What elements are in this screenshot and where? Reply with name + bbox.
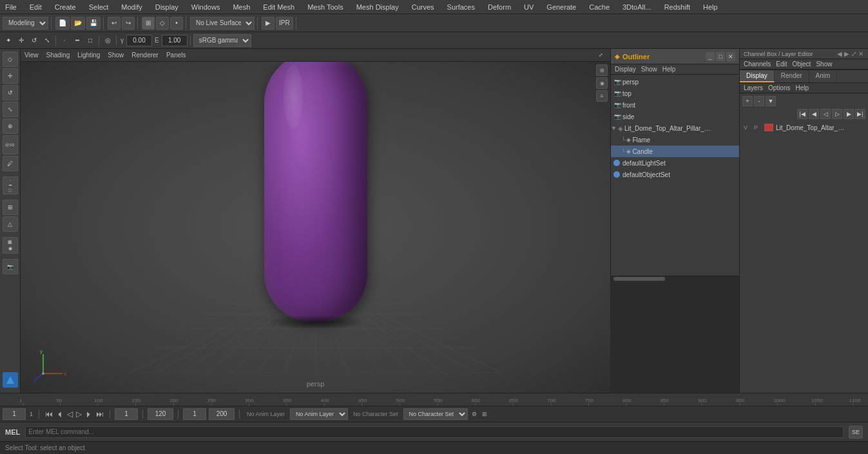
layer-opts-btn[interactable]: ▼ xyxy=(766,96,776,106)
anim-pref-btn[interactable]: ⚙ xyxy=(470,408,478,420)
pb-prev[interactable]: ◀ xyxy=(809,109,819,119)
cb-nav-channels[interactable]: Channels xyxy=(744,61,771,68)
outliner-hscroll[interactable] xyxy=(611,276,739,281)
pb-play-back[interactable]: ◁ xyxy=(66,408,74,420)
menu-modify[interactable]: Modify xyxy=(119,2,144,12)
menu-cache[interactable]: Cache xyxy=(586,2,612,12)
outliner-item-light-set[interactable]: defaultLightSet xyxy=(611,157,739,169)
outliner-close[interactable]: ✕ xyxy=(726,52,735,61)
tab-anim[interactable]: Anim xyxy=(809,70,838,82)
current-frame-display[interactable] xyxy=(115,408,138,420)
outliner-maximize[interactable]: □ xyxy=(716,52,725,61)
menu-file[interactable]: File xyxy=(3,2,19,12)
pb-prev-frame[interactable]: ◁ xyxy=(820,109,831,119)
vp-ctrl-1[interactable]: ⊞ xyxy=(596,64,608,76)
snap-grid[interactable]: ⊞ xyxy=(3,200,18,215)
gamma-input[interactable] xyxy=(126,35,152,46)
camera-tool[interactable]: 📷 xyxy=(3,259,18,274)
help-tab[interactable]: Help xyxy=(795,84,809,91)
outliner-item-top[interactable]: 📷 top xyxy=(611,88,739,99)
menu-windows[interactable]: Windows xyxy=(189,2,223,12)
outliner-content[interactable]: 📷 persp 📷 top 📷 front 📷 side xyxy=(611,75,739,276)
outliner-item-persp[interactable]: 📷 persp xyxy=(611,76,739,88)
pb-step-back[interactable]: ⏴ xyxy=(55,408,65,420)
scale-tool[interactable]: ⤡ xyxy=(3,102,18,117)
render-btn[interactable]: ▶ xyxy=(262,17,275,30)
vp-ctrl-2[interactable]: ◉ xyxy=(596,77,608,89)
cb-expand[interactable]: ⤢ xyxy=(851,50,857,57)
rotate-tool[interactable]: ↺ xyxy=(3,85,18,100)
cb-arrow-right[interactable]: ▶ xyxy=(844,50,850,57)
mel-input[interactable] xyxy=(25,426,844,438)
menu-mesh-display[interactable]: Mesh Display xyxy=(354,2,401,12)
new-btn[interactable]: 📄 xyxy=(55,17,70,30)
vp-panels-menu[interactable]: Panels xyxy=(166,52,186,59)
menu-mesh-tools[interactable]: Mesh Tools xyxy=(305,2,345,12)
pb-skip-end[interactable]: ⏭ xyxy=(95,408,105,420)
menu-3dto-all[interactable]: 3DtoAll... xyxy=(620,2,654,12)
pb-end[interactable]: ▶| xyxy=(855,109,865,119)
vertex-mode[interactable]: · xyxy=(10,178,11,183)
snap-vert[interactable]: △ xyxy=(3,216,18,232)
edge-mode[interactable]: ━ xyxy=(9,183,12,188)
script-editor-btn[interactable]: SE xyxy=(849,426,863,439)
vp-renderer-menu[interactable]: Renderer xyxy=(131,52,159,59)
vertex-btn[interactable]: · xyxy=(59,34,70,47)
outliner-item-side[interactable]: 📷 side xyxy=(611,111,739,122)
menu-edit-mesh[interactable]: Edit Mesh xyxy=(260,2,297,12)
options-tab[interactable]: Options xyxy=(768,84,790,91)
layer-color-swatch[interactable] xyxy=(764,124,773,131)
menu-create[interactable]: Create xyxy=(52,2,79,12)
outliner-item-flame[interactable]: └ ◈ Flame xyxy=(611,134,739,146)
candle-object[interactable] xyxy=(264,62,367,328)
layer-item[interactable]: V P Lit_Dome_Top_Altar_Pilla xyxy=(742,122,865,133)
anim-layer-select[interactable]: No Anim Layer xyxy=(290,408,348,420)
tab-display[interactable]: Display xyxy=(740,70,775,82)
menu-surfaces[interactable]: Surfaces xyxy=(445,2,477,12)
paint-tool[interactable]: 🖊 xyxy=(3,156,18,171)
open-btn[interactable]: 📂 xyxy=(71,17,85,30)
undo-btn[interactable]: ↩ xyxy=(108,17,121,30)
outliner-item-object-set[interactable]: defaultObjectSet xyxy=(611,169,739,180)
pb-play-forward[interactable]: ▷ xyxy=(75,408,83,420)
anim-start[interactable] xyxy=(183,408,206,420)
outliner-item-candle[interactable]: └ ◈ Candle xyxy=(611,146,739,157)
live-surface-select[interactable]: No Live Surface xyxy=(190,17,255,30)
workspace-select[interactable]: Modeling xyxy=(3,17,48,30)
new-layer-btn[interactable]: + xyxy=(742,96,753,106)
smooth-mode[interactable]: ◉ xyxy=(8,245,13,252)
pb-start[interactable]: |◀ xyxy=(797,109,807,119)
cb-nav-object[interactable]: Object xyxy=(793,61,811,68)
select-tool[interactable]: ◇ xyxy=(3,52,18,67)
menu-edit[interactable]: Edit xyxy=(27,2,44,12)
exposure-input[interactable] xyxy=(162,35,188,46)
pb-play[interactable]: ▶ xyxy=(844,109,854,119)
move-tool[interactable]: ✛ xyxy=(3,68,18,84)
vp-show-menu[interactable]: Show xyxy=(108,52,124,59)
transform-btn[interactable]: ✦ xyxy=(3,34,14,47)
move-btn[interactable]: ✛ xyxy=(15,34,27,47)
outliner-display-menu[interactable]: Display xyxy=(615,66,636,73)
menu-display[interactable]: Display xyxy=(153,2,181,12)
pb-step-fwd[interactable]: ⏵ xyxy=(84,408,94,420)
snap-grid-btn[interactable]: ⊞ xyxy=(142,17,155,30)
snap-curve-btn[interactable]: ◇ xyxy=(156,17,169,30)
save-btn[interactable]: 💾 xyxy=(86,17,101,30)
colorspace-select[interactable]: sRGB gamma xyxy=(193,34,251,47)
wireframe-mode[interactable]: ▦ xyxy=(7,239,13,245)
snap-point-btn[interactable]: • xyxy=(170,17,183,30)
menu-select[interactable]: Select xyxy=(86,2,111,12)
vp-lighting-menu[interactable]: Lighting xyxy=(77,52,100,59)
menu-redshift[interactable]: Redshift xyxy=(662,2,693,12)
vp-maximize-btn[interactable]: ⤢ xyxy=(595,49,606,62)
cb-nav-show[interactable]: Show xyxy=(816,61,832,68)
ipr-btn[interactable]: IPR xyxy=(276,17,293,30)
outliner-item-lit-dome[interactable]: ▼ ◈ Lit_Dome_Top_Altar_Pillar_Cand xyxy=(611,122,739,134)
menu-curves[interactable]: Curves xyxy=(409,2,437,12)
outliner-help-menu[interactable]: Help xyxy=(662,66,676,73)
menu-mesh[interactable]: Mesh xyxy=(230,2,253,12)
range-end-input[interactable] xyxy=(148,408,173,420)
soft-select-btn[interactable]: ◎ xyxy=(102,34,113,47)
pb-skip-start[interactable]: ⏮ xyxy=(44,408,54,420)
cb-arrow-left[interactable]: ◀ xyxy=(836,50,843,57)
